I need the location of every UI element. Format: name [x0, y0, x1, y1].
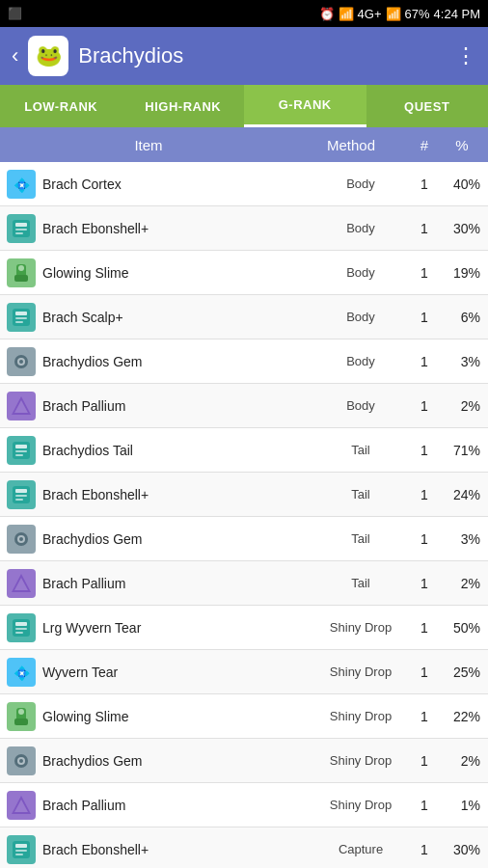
- item-icon: [7, 746, 36, 775]
- table-row[interactable]: Brachydios Gem Tail 1 3%: [0, 517, 488, 561]
- status-left-icons: ⬛: [8, 7, 22, 20]
- svg-rect-44: [15, 632, 23, 634]
- item-name: Brachydios Gem: [39, 753, 312, 769]
- item-icon: [7, 347, 36, 376]
- item-percent: 1%: [440, 798, 484, 813]
- col-header-num: #: [409, 137, 440, 153]
- item-count: 1: [409, 354, 440, 369]
- tab-low-rank[interactable]: LOW-RANK: [0, 85, 122, 127]
- tab-quest[interactable]: QUEST: [366, 85, 489, 127]
- item-count: 1: [409, 221, 440, 236]
- item-icon: [7, 613, 36, 642]
- table-row[interactable]: Brach Ebonshell+ Capture 1 30%: [0, 827, 488, 868]
- item-count: 1: [409, 709, 440, 724]
- row-icon: [4, 436, 39, 465]
- avatar: 🐸: [28, 36, 68, 76]
- item-icon: [7, 480, 36, 509]
- item-icon: [7, 702, 36, 731]
- item-name: Brach Pallium: [39, 798, 312, 813]
- row-icon: [4, 214, 39, 243]
- table-row[interactable]: Brach Scalp+ Body 1 6%: [0, 295, 488, 339]
- table-row[interactable]: Brachydios Gem Body 1 3%: [0, 339, 488, 384]
- item-method: Shiny Drop: [312, 753, 409, 768]
- page-title: Brachydios: [78, 43, 446, 68]
- wifi-icon: 📶: [339, 7, 354, 21]
- table-row[interactable]: 💠 Wyvern Tear Shiny Drop 1 25%: [0, 650, 488, 694]
- item-name: Glowing Slime: [39, 265, 312, 281]
- header: ‹ 🐸 Brachydios ⋮: [0, 27, 488, 85]
- svg-rect-61: [15, 850, 27, 852]
- table-body: 💠 Brach Cortex Body 1 40% Brach Ebonshel…: [0, 162, 488, 868]
- svg-point-10: [18, 265, 24, 271]
- item-percent: 2%: [440, 576, 484, 591]
- item-percent: 30%: [440, 842, 484, 857]
- item-percent: 22%: [440, 709, 484, 724]
- item-method: Tail: [312, 487, 409, 502]
- table-row[interactable]: Lrg Wyvern Tear Shiny Drop 1 50%: [0, 606, 488, 650]
- table-row[interactable]: Brachydios Tail Tail 1 71%: [0, 428, 488, 473]
- table-row[interactable]: Glowing Slime Shiny Drop 1 22%: [0, 694, 488, 739]
- svg-rect-6: [15, 232, 23, 234]
- svg-rect-32: [15, 499, 23, 501]
- item-name: Brachydios Gem: [39, 531, 312, 547]
- item-count: 1: [409, 842, 440, 857]
- item-count: 1: [409, 176, 440, 192]
- row-icon: [4, 258, 39, 287]
- table-row[interactable]: Glowing Slime Body 1 19%: [0, 251, 488, 295]
- svg-point-36: [19, 537, 23, 541]
- table-row[interactable]: 💠 Brach Cortex Body 1 40%: [0, 162, 488, 206]
- svg-point-19: [19, 360, 23, 364]
- item-icon: [7, 392, 36, 420]
- item-method: Shiny Drop: [312, 620, 409, 635]
- table-row[interactable]: Brach Pallium Tail 1 2%: [0, 561, 488, 606]
- row-icon: 💠: [4, 658, 39, 687]
- signal-icon: 📶: [386, 7, 401, 21]
- item-percent: 3%: [440, 531, 484, 547]
- svg-rect-9: [14, 275, 28, 282]
- table-row[interactable]: Brach Pallium Shiny Drop 1 1%: [0, 783, 488, 827]
- item-method: Body: [312, 176, 409, 191]
- back-button[interactable]: ‹: [12, 43, 18, 68]
- tab-high-rank[interactable]: HIGH-RANK: [122, 85, 245, 127]
- network-label: 4G+: [358, 7, 382, 21]
- svg-rect-26: [15, 450, 27, 452]
- tab-g-rank[interactable]: G-RANK: [244, 85, 366, 127]
- item-count: 1: [409, 487, 440, 502]
- item-icon: [7, 569, 36, 598]
- svg-rect-27: [15, 454, 23, 456]
- item-icon: 💠: [7, 170, 36, 199]
- table-row[interactable]: Brachydios Gem Shiny Drop 1 2%: [0, 739, 488, 783]
- item-method: Shiny Drop: [312, 798, 409, 812]
- item-icon: [7, 525, 36, 554]
- col-header-method: Method: [293, 137, 409, 153]
- item-icon: [7, 303, 36, 332]
- svg-rect-15: [15, 321, 23, 323]
- svg-rect-5: [15, 229, 27, 231]
- item-method: Tail: [312, 531, 409, 546]
- item-count: 1: [409, 531, 440, 547]
- svg-point-50: [18, 709, 24, 715]
- item-icon: 💠: [7, 658, 36, 687]
- table-row[interactable]: Brach Ebonshell+ Body 1 30%: [0, 206, 488, 251]
- item-count: 1: [409, 620, 440, 636]
- svg-text:💠: 💠: [14, 177, 31, 194]
- table-row[interactable]: Brach Ebonshell+ Tail 1 24%: [0, 473, 488, 517]
- time-label: 4:24 PM: [434, 7, 480, 21]
- item-count: 1: [409, 443, 440, 458]
- item-icon: [7, 835, 36, 864]
- item-percent: 19%: [440, 265, 484, 281]
- svg-rect-25: [15, 445, 27, 448]
- item-name: Brach Pallium: [39, 398, 312, 414]
- menu-icon[interactable]: ⋮: [455, 43, 476, 68]
- col-header-pct: %: [440, 137, 484, 153]
- item-percent: 30%: [440, 221, 484, 236]
- svg-rect-42: [15, 622, 27, 626]
- tab-bar: LOW-RANK HIGH-RANK G-RANK QUEST: [0, 85, 488, 127]
- table-row[interactable]: Brach Pallium Body 1 2%: [0, 384, 488, 428]
- row-icon: 💠: [4, 170, 39, 199]
- item-count: 1: [409, 576, 440, 591]
- status-bar: ⬛ ⏰ 📶 4G+ 📶 67% 4:24 PM: [0, 0, 488, 27]
- row-icon: [4, 303, 39, 332]
- svg-rect-43: [15, 628, 27, 630]
- item-count: 1: [409, 665, 440, 680]
